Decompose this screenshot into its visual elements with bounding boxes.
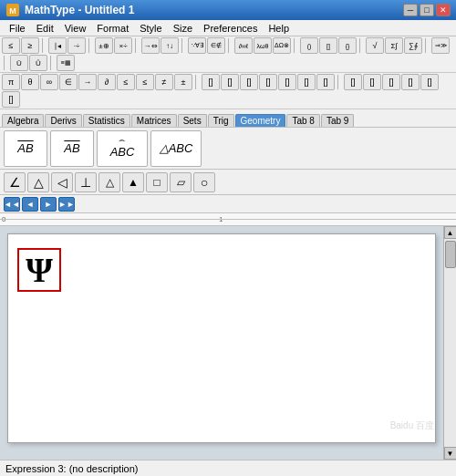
menu-view[interactable]: View — [59, 22, 92, 35]
menu-style[interactable]: Style — [134, 22, 167, 35]
tb-sum2[interactable]: ∑∮ — [404, 37, 422, 54]
template-overline-ab[interactable]: AB — [4, 130, 47, 167]
menu-edit[interactable]: Edit — [31, 22, 59, 35]
tb-logic[interactable]: ∵∀∃ — [188, 37, 206, 54]
tb-greek2[interactable]: ΔΩ⊗ — [273, 37, 291, 54]
tb-bracket6[interactable]: [] — [297, 74, 316, 90]
close-button[interactable]: ✕ — [436, 4, 451, 16]
nav-next[interactable]: ► — [40, 197, 57, 212]
tb-bracket13[interactable]: [] — [2, 91, 20, 108]
scroll-down-arrow[interactable]: ▼ — [444, 447, 457, 460]
template-circle[interactable]: ○ — [193, 172, 215, 192]
tb-fence2[interactable]: [] — [319, 37, 337, 54]
tab-geometry[interactable]: Geometry — [235, 114, 286, 127]
tb-bracket8[interactable]: [] — [344, 74, 362, 90]
nav-row: ◄◄ ◄ ► ►► — [0, 195, 456, 213]
tb-neq[interactable]: ≠ — [155, 74, 173, 90]
tb-setmem[interactable]: ∈∉ — [207, 37, 225, 54]
tb-overaccent2[interactable]: Û — [29, 55, 47, 71]
tb-partial2[interactable]: ∂ — [98, 74, 116, 90]
tb-rightarrow[interactable]: → — [78, 74, 97, 90]
tb-overaccent[interactable]: Ū — [10, 55, 28, 71]
tab-algebra[interactable]: Algebra — [2, 114, 44, 127]
menu-format[interactable]: Format — [91, 22, 134, 35]
template-filled-tri[interactable]: ▲ — [122, 172, 144, 192]
tb-matrix[interactable]: ≡▦ — [57, 55, 75, 71]
tb-bracket12[interactable]: [] — [420, 74, 439, 90]
tb-bracket4[interactable]: [] — [259, 74, 277, 90]
editor-wrapper[interactable]: Ψ Baidu 百度 — [0, 226, 443, 460]
nav-next-next[interactable]: ►► — [58, 197, 75, 212]
template-square[interactable]: □ — [146, 172, 168, 192]
template-arc-abc[interactable]: ⌢ ABC — [97, 130, 148, 167]
tb-implies[interactable]: ⇒≫ — [431, 37, 450, 54]
template-overline-ab2[interactable]: AB — [50, 130, 94, 167]
tb-abs[interactable]: ∣◂ — [48, 37, 67, 54]
sep7 — [359, 38, 363, 53]
sep8 — [425, 38, 429, 53]
toolbar-row-1: ≤ ≥ ∣◂ ·÷ ±⊕ ×÷ →⇔ ↑↓ ∵∀∃ ∈∉ ∂∞ℓ λωθ ΔΩ⊗… — [0, 36, 456, 73]
scroll-up-arrow[interactable]: ▲ — [444, 226, 457, 239]
tb-bracket7[interactable]: [] — [316, 74, 335, 90]
template-tri-left[interactable]: ◁ — [51, 172, 73, 192]
tab-trig[interactable]: Trig — [208, 114, 234, 127]
tb-bracket11[interactable]: [] — [401, 74, 420, 90]
tab-statistics[interactable]: Statistics — [83, 114, 130, 127]
tab-derivs[interactable]: Derivs — [45, 114, 81, 127]
tb-sqrt[interactable]: √ — [366, 37, 384, 54]
tb-fence1[interactable]: () — [300, 37, 318, 54]
tb-fence3[interactable]: {} — [338, 37, 357, 54]
nav-prev-prev[interactable]: ◄◄ — [4, 197, 20, 212]
tb-bracket1[interactable]: [] — [202, 74, 220, 90]
tb-plusminus[interactable]: ±⊕ — [95, 37, 113, 54]
tb-greek[interactable]: λωθ — [254, 37, 272, 54]
tb-leq2[interactable]: ≤ — [117, 74, 135, 90]
template-perp[interactable]: ⊥ — [75, 172, 97, 192]
title-bar: M MathType - Untitled 1 ─ □ ✕ — [0, 0, 456, 20]
tb-pm[interactable]: ± — [174, 74, 192, 90]
tb-mul-dot[interactable]: ·÷ — [67, 37, 86, 54]
sep10 — [50, 56, 54, 70]
template-tri2[interactable]: △ — [98, 172, 120, 192]
tb-geq[interactable]: ≥ — [21, 37, 39, 54]
psi-char: Ψ — [26, 250, 53, 290]
tb-bracket3[interactable]: [] — [240, 74, 258, 90]
tb-leq3[interactable]: ≤ — [136, 74, 154, 90]
status-bar: Expression 3: (no description) — [0, 460, 456, 476]
maximize-button[interactable]: □ — [420, 4, 434, 16]
tb-bracket2[interactable]: [] — [221, 74, 239, 90]
template-triangle[interactable]: △ — [27, 172, 49, 192]
tb-pi[interactable]: π — [2, 74, 20, 90]
menu-file[interactable]: File — [4, 22, 31, 35]
sep12 — [337, 75, 341, 89]
app-window: M MathType - Untitled 1 ─ □ ✕ FileEditVi… — [0, 0, 456, 476]
tab-tab-9[interactable]: Tab 9 — [321, 114, 354, 127]
tab-sets[interactable]: Sets — [178, 114, 207, 127]
tb-bracket5[interactable]: [] — [278, 74, 296, 90]
menu-preferences[interactable]: Preferences — [198, 22, 263, 35]
tb-inf[interactable]: ∞ — [40, 74, 58, 90]
tb-leq[interactable]: ≤ — [2, 37, 20, 54]
tb-bracket9[interactable]: [] — [363, 74, 381, 90]
scroll-thumb[interactable] — [445, 241, 456, 268]
sep11 — [195, 75, 199, 89]
menu-help[interactable]: Help — [263, 22, 295, 35]
tab-tab-8[interactable]: Tab 8 — [286, 114, 319, 127]
tb-bracket10[interactable]: [] — [382, 74, 400, 90]
template-triangle-abc[interactable]: △ABC — [150, 130, 202, 167]
tb-partial[interactable]: ∂∞ℓ — [234, 37, 253, 54]
tb-arrow[interactable]: →⇔ — [141, 37, 160, 54]
menu-size[interactable]: Size — [168, 22, 198, 35]
tb-sum[interactable]: Σ∫ — [385, 37, 403, 54]
tab-matrices[interactable]: Matrices — [131, 114, 177, 127]
template-angle[interactable]: ∠ — [4, 172, 26, 192]
tb-in[interactable]: ∈ — [59, 74, 78, 90]
tb-arrow2[interactable]: ↑↓ — [161, 37, 179, 54]
editor-canvas[interactable]: Ψ — [7, 233, 436, 443]
psi-symbol-box[interactable]: Ψ — [17, 248, 61, 292]
template-parallelogram[interactable]: ▱ — [170, 172, 192, 192]
nav-prev[interactable]: ◄ — [22, 197, 38, 212]
tb-cross[interactable]: ×÷ — [114, 37, 132, 54]
tb-theta[interactable]: θ — [21, 74, 39, 90]
minimize-button[interactable]: ─ — [403, 4, 418, 16]
